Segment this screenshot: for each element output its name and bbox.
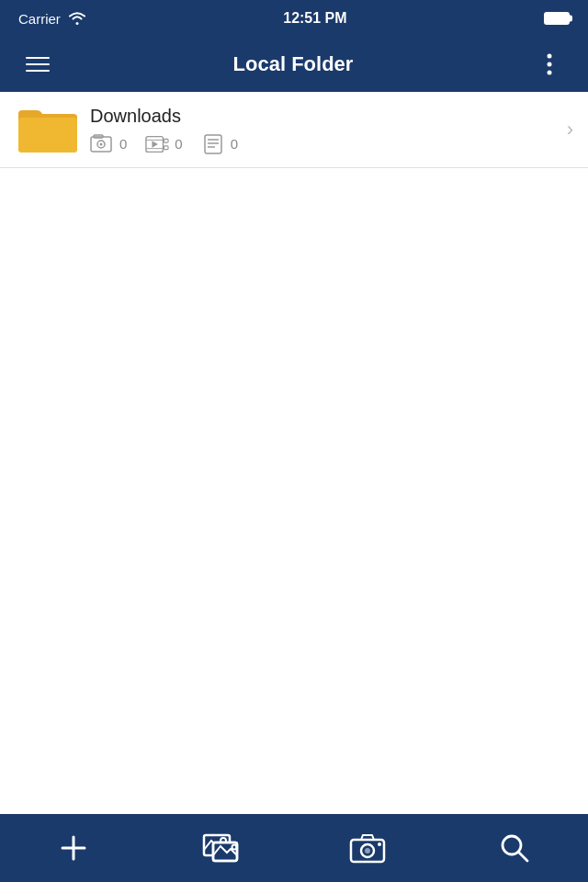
tab-gallery[interactable] — [147, 814, 294, 882]
nav-bar: Local Folder — [0, 37, 588, 92]
photos-count: 0 — [119, 136, 127, 152]
status-bar: Carrier 12:51 PM — [0, 0, 588, 37]
folder-icon-wrap — [15, 105, 81, 154]
tab-camera[interactable] — [294, 814, 441, 882]
svg-line-31 — [519, 853, 528, 862]
add-icon — [57, 831, 90, 865]
tab-search[interactable] — [441, 814, 588, 882]
svg-point-29 — [378, 842, 381, 846]
folder-row-downloads[interactable]: Downloads 0 — [0, 92, 588, 168]
folder-meta: 0 0 — [90, 134, 560, 154]
svg-marker-10 — [153, 141, 159, 147]
files-count: 0 — [231, 136, 238, 152]
photos-icon — [90, 134, 114, 154]
folder-info: Downloads 0 — [81, 106, 560, 154]
search-icon — [498, 831, 531, 865]
svg-point-28 — [365, 848, 370, 854]
wifi-icon — [68, 11, 86, 26]
folder-icon — [17, 105, 79, 154]
battery-icon — [544, 12, 570, 25]
gallery-icon — [202, 831, 239, 865]
tab-add[interactable] — [0, 814, 147, 882]
svg-point-1 — [547, 62, 551, 67]
svg-rect-4 — [18, 118, 77, 153]
videos-meta: 0 — [145, 134, 182, 154]
svg-point-8 — [100, 142, 103, 145]
svg-point-0 — [547, 54, 551, 59]
tab-bar — [0, 814, 588, 882]
files-meta: 0 — [201, 134, 238, 154]
svg-point-2 — [547, 71, 551, 75]
chevron-icon: › — [560, 118, 573, 141]
videos-icon — [145, 134, 169, 154]
content-area: Downloads 0 — [0, 92, 588, 814]
svg-rect-13 — [164, 139, 169, 142]
camera-icon — [349, 831, 386, 865]
more-button[interactable] — [529, 44, 570, 85]
videos-count: 0 — [175, 136, 182, 152]
svg-rect-15 — [205, 135, 221, 153]
files-icon — [201, 134, 225, 154]
photos-meta: 0 — [90, 134, 127, 154]
status-time: 12:51 PM — [283, 10, 346, 27]
menu-button[interactable] — [18, 50, 57, 79]
folder-name: Downloads — [90, 106, 560, 127]
carrier-label: Carrier — [18, 11, 61, 27]
page-title: Local Folder — [233, 52, 354, 76]
svg-rect-14 — [164, 145, 169, 149]
